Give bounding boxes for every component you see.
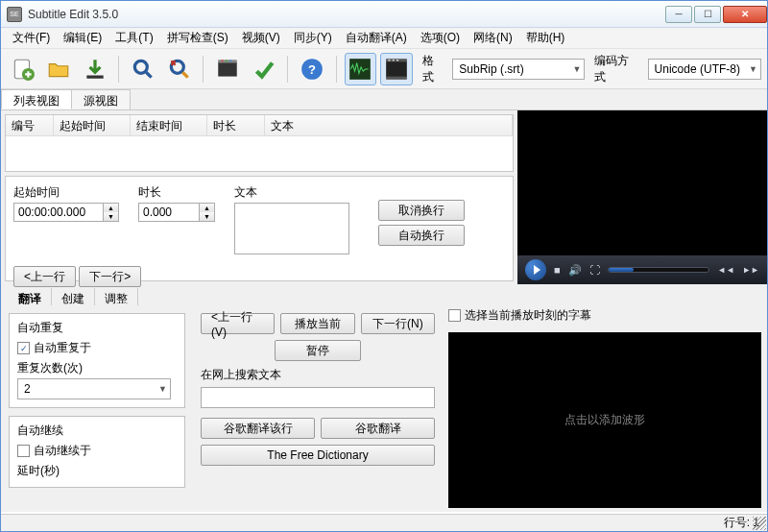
close-button[interactable]: ✕: [723, 6, 767, 23]
encoding-value: Unicode (UTF-8): [655, 62, 740, 76]
prev-line-button[interactable]: <上一行: [13, 266, 76, 287]
menu-tools[interactable]: 工具(T): [109, 28, 158, 48]
unbreak-button[interactable]: 取消换行: [378, 200, 465, 221]
menu-edit[interactable]: 编辑(E): [58, 28, 108, 48]
play-current-button[interactable]: 播放当前: [280, 313, 354, 334]
repeat-count-combo[interactable]: 2 ▼: [17, 378, 171, 399]
autorepeat-panel: 自动重复 ✓ 自动重复于 重复次数(次) 2 ▼ 自动继续 自动继续于 延时(秒…: [1, 305, 193, 512]
translate-panel: <上一行(V) 播放当前 下一行(N) 暂停 在网上搜索文本 谷歌翻译该行 谷歌…: [193, 305, 443, 512]
svg-rect-17: [393, 60, 395, 60]
volume-icon[interactable]: 🔊: [568, 264, 582, 277]
col-number[interactable]: 编号: [6, 115, 54, 135]
duration-input[interactable]: 0.000 ▲▼: [138, 203, 215, 222]
menu-file[interactable]: 文件(F): [7, 28, 56, 48]
chevron-down-icon: ▼: [572, 64, 581, 74]
open-button[interactable]: [42, 53, 74, 85]
help-button[interactable]: ?: [296, 53, 327, 85]
select-current-checkbox[interactable]: [448, 309, 461, 322]
tab-create[interactable]: 创建: [52, 288, 95, 305]
waveform-panel[interactable]: 点击以添加波形: [448, 332, 761, 508]
websearch-input[interactable]: [201, 387, 435, 408]
svg-rect-15: [386, 76, 407, 79]
next-line-n-button[interactable]: 下一行(N): [361, 313, 435, 334]
spin-up-icon[interactable]: ▲: [200, 204, 214, 212]
autorepeat-checkbox[interactable]: ✓: [17, 342, 30, 354]
encoding-combo[interactable]: Unicode (UTF-8) ▼: [648, 59, 761, 80]
pause-button[interactable]: 暂停: [275, 340, 361, 361]
new-button[interactable]: [7, 53, 38, 85]
google-translate-line-button[interactable]: 谷歌翻译该行: [201, 418, 315, 439]
app-icon: SE: [7, 7, 22, 22]
stop-icon[interactable]: ■: [554, 264, 561, 276]
find-button[interactable]: [127, 53, 158, 85]
menu-options[interactable]: 选项(O): [415, 28, 466, 48]
tab-listview[interactable]: 列表视图: [1, 89, 72, 109]
minimize-button[interactable]: ─: [665, 6, 692, 23]
video-preview[interactable]: ■ 🔊 ⛶ ◄◄ ►►: [517, 110, 767, 284]
format-value: SubRip (.srt): [459, 62, 523, 76]
save-button[interactable]: [79, 53, 110, 85]
menu-network[interactable]: 网络(N): [468, 28, 518, 48]
tab-translate[interactable]: 翻译: [9, 288, 52, 305]
start-time-input[interactable]: 00:00:00.000 ▲▼: [13, 203, 119, 222]
format-combo[interactable]: SubRip (.srt) ▼: [452, 59, 585, 80]
svg-point-9: [229, 60, 231, 61]
svg-text:?: ?: [308, 62, 316, 77]
next-track-icon[interactable]: ►►: [742, 265, 759, 275]
autorepeat-header: 自动重复: [17, 320, 177, 336]
spin-down-icon[interactable]: ▼: [200, 212, 214, 221]
autocontinue-label: 自动继续于: [34, 443, 91, 459]
prev-line-v-button[interactable]: <上一行(V): [201, 313, 275, 334]
subtitle-grid[interactable]: 编号 起始时间 结束时间 时长 文本: [5, 114, 514, 172]
spin-down-icon[interactable]: ▼: [104, 212, 118, 221]
svg-point-7: [222, 60, 224, 61]
menu-sync[interactable]: 同步(Y): [288, 28, 338, 48]
autocontinue-checkbox[interactable]: [17, 445, 30, 457]
duration-label: 时长: [138, 184, 215, 201]
menu-help[interactable]: 帮助(H): [520, 28, 571, 48]
view-tabs: 列表视图 源视图: [1, 89, 767, 110]
svg-rect-16: [388, 60, 390, 60]
resize-grip[interactable]: [753, 517, 766, 530]
waveform-toggle-button[interactable]: [345, 53, 377, 85]
google-translate-button[interactable]: 谷歌翻译: [321, 418, 435, 439]
separator: [118, 56, 119, 83]
status-bar: 行号: 1: [1, 514, 767, 531]
svg-rect-2: [86, 75, 103, 78]
seek-bar[interactable]: [608, 267, 710, 273]
delay-label: 延时(秒): [17, 463, 177, 479]
fullscreen-icon[interactable]: ⛶: [589, 264, 600, 276]
menu-video[interactable]: 视频(V): [236, 28, 286, 48]
col-end[interactable]: 结束时间: [131, 115, 207, 135]
col-duration[interactable]: 时长: [207, 115, 265, 135]
tab-adjust[interactable]: 调整: [95, 288, 138, 305]
menu-autotranslate[interactable]: 自动翻译(A): [340, 28, 413, 48]
svg-rect-5: [218, 61, 237, 76]
col-text[interactable]: 文本: [265, 115, 513, 135]
autobreak-button[interactable]: 自动换行: [378, 225, 465, 246]
autorepeat-label: 自动重复于: [34, 340, 91, 356]
encoding-label: 编码方式: [594, 53, 639, 85]
start-time-label: 起始时间: [13, 184, 119, 201]
tab-sourceview[interactable]: 源视图: [71, 89, 131, 109]
play-button[interactable]: [525, 259, 546, 280]
spellcheck-button[interactable]: [248, 53, 279, 85]
waveform-placeholder: 点击以添加波形: [564, 412, 645, 428]
spin-up-icon[interactable]: ▲: [104, 204, 118, 212]
replace-button[interactable]: [163, 53, 195, 85]
maximize-button[interactable]: ☐: [694, 6, 721, 23]
svg-rect-18: [396, 60, 398, 60]
chevron-down-icon: ▼: [158, 384, 167, 394]
window-title: Subtitle Edit 3.5.0: [28, 8, 118, 21]
video-toggle-button[interactable]: [380, 53, 413, 85]
bottom-tabs: 翻译 创建 调整: [1, 284, 767, 305]
next-line-button[interactable]: 下一行>: [79, 266, 141, 287]
separator: [203, 56, 204, 83]
free-dictionary-button[interactable]: The Free Dictionary: [201, 445, 435, 466]
menu-spellcheck[interactable]: 拼写检查(S): [161, 28, 234, 48]
col-start[interactable]: 起始时间: [54, 115, 131, 135]
visual-sync-button[interactable]: [211, 53, 243, 85]
websearch-label: 在网上搜索文本: [201, 367, 435, 383]
subtitle-text-input[interactable]: [234, 203, 349, 254]
prev-track-icon[interactable]: ◄◄: [717, 265, 734, 275]
